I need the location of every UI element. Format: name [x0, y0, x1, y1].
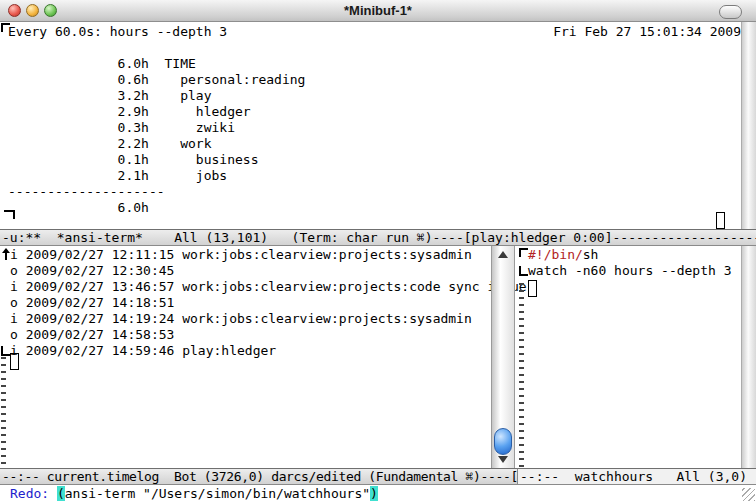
fringe-buffer-end-icon	[4, 210, 15, 219]
fringe-buffer-top-icon	[519, 248, 528, 257]
fringe-empty-lines-icon	[1, 357, 6, 467]
fringe-up-arrow-icon	[1, 248, 10, 260]
script-scrollbar-track[interactable]	[741, 246, 756, 468]
resize-grip[interactable]	[742, 488, 755, 501]
report-line: 2.9h hledger	[8, 104, 305, 120]
report-line: 0.6h personal:reading	[8, 72, 305, 88]
timelog-buffer: i 2009/02/27 12:11:15 work:jobs:clearvie…	[10, 247, 527, 359]
report-line: 6.0h TIME	[8, 56, 305, 72]
script-modeline[interactable]: --:-- watchhours All (3,0)	[517, 468, 756, 485]
paren-close: )	[370, 486, 378, 501]
watch-header-row: Every 60.0s: hours --depth 3 Fri Feb 27 …	[8, 24, 741, 40]
minibuffer-command: ansi-term "/Users/simon/bin/watchhours"	[65, 486, 370, 501]
watch-date-text: Fri Feb 27 15:01:34 2009	[553, 24, 741, 40]
shebang-interp: sh	[583, 247, 599, 262]
shebang-comment: #!/bin/	[528, 247, 583, 262]
minibuffer-prompt: Redo:	[10, 486, 57, 501]
fringe-buffer-bottom-icon	[519, 266, 528, 276]
hours-report: 6.0h TIME 0.6h personal:reading 3.2h pla…	[8, 56, 305, 216]
watch-command-text: Every 60.0s: hours --depth 3	[8, 24, 227, 40]
timelog-line: i 2009/02/27 14:59:46 play:hledger	[10, 343, 527, 359]
fringe-buffer-bottom-icon	[1, 346, 10, 356]
fringe-empty-lines-icon	[519, 283, 524, 467]
term-scrollbar-track[interactable]	[741, 22, 756, 229]
script-buffer: #!/bin/sh watch -n60 hours --depth 3	[528, 247, 732, 279]
report-line: 3.2h play	[8, 88, 305, 104]
timelog-scrollbar[interactable]	[491, 246, 515, 468]
timelog-line: i 2009/02/27 13:46:57 work:jobs:clearvie…	[10, 279, 527, 295]
timelog-line: o 2009/02/27 14:18:51	[10, 295, 527, 311]
report-line: 2.2h work	[8, 136, 305, 152]
timelog-line: o 2009/02/27 12:30:45	[10, 263, 527, 279]
timelog-line: i 2009/02/27 14:19:24 work:jobs:clearvie…	[10, 311, 527, 327]
minibuffer-text: Redo: (ansi-term "/Users/simon/bin/watch…	[10, 486, 378, 502]
scrollbar-down-arrow[interactable]	[498, 456, 508, 463]
script-cursor	[528, 280, 537, 297]
minibuffer[interactable]: Redo: (ansi-term "/Users/simon/bin/watch…	[0, 485, 756, 502]
report-line: 6.0h	[8, 200, 305, 216]
report-line: --------------------	[8, 184, 305, 200]
timelog-modeline[interactable]: --:-- current.timelog Bot (3726,0) darcs…	[0, 468, 517, 485]
report-line: 0.3h zwiki	[8, 120, 305, 136]
window-title: *Minibuf-1*	[0, 3, 756, 19]
report-line: 0.1h business	[8, 152, 305, 168]
script-command-line: watch -n60 hours --depth 3	[528, 263, 732, 279]
paren-open: (	[57, 486, 65, 501]
scrollbar-thumb[interactable]	[494, 428, 512, 455]
emacs-frame: *Minibuf-1* Every 60.0s: hours --depth 3…	[0, 0, 756, 502]
term-modeline[interactable]: -u:** *ansi-term* All (13,101) (Term: ch…	[0, 229, 756, 246]
toolbar-pill-button[interactable]	[719, 5, 742, 19]
term-cursor	[716, 212, 725, 229]
timelog-line: i 2009/02/27 12:11:15 work:jobs:clearvie…	[10, 247, 527, 263]
timelog-cursor	[10, 353, 19, 370]
timelog-line: o 2009/02/27 14:58:53	[10, 327, 527, 343]
scrollbar-up-arrow[interactable]	[498, 251, 508, 258]
shebang-line: #!/bin/sh	[528, 247, 732, 263]
report-line: 2.1h jobs	[8, 168, 305, 184]
title-bar[interactable]: *Minibuf-1*	[0, 0, 756, 22]
